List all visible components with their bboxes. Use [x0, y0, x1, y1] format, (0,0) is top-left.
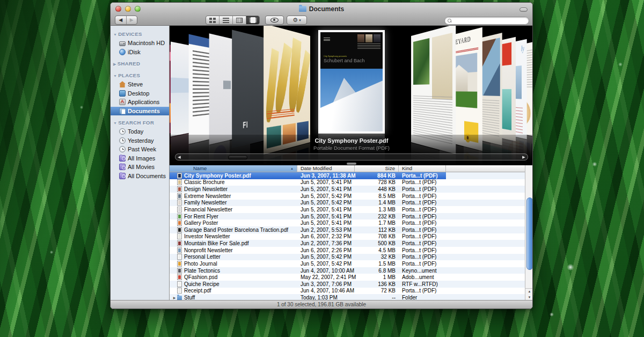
quick-look-button[interactable]: [265, 16, 284, 25]
file-row-personal-letter[interactable]: Personal LetterJun 5, 2007, 5:42 PM32 KB…: [170, 254, 525, 261]
file-row-receipt-pdf[interactable]: Receipt.pdfJun 4, 2007, 10:46 AM72 KBPor…: [170, 288, 525, 295]
selected-file-name: City Symphony Poster.pdf: [170, 137, 533, 144]
file-row-gallery-poster[interactable]: Gallery PosterJun 5, 2007, 5:41 PM1.7 MB…: [170, 219, 525, 226]
smart-folder-icon: [119, 155, 126, 162]
folder-icon: [299, 6, 306, 12]
sidebar-item-today[interactable]: Today: [111, 127, 169, 136]
forward-button[interactable]: ▶: [127, 16, 137, 24]
sidebar-item-past-week[interactable]: Past Week: [111, 145, 169, 154]
selected-cover[interactable]: City Symphony presents Schubert and Bach: [318, 30, 385, 134]
column-header-kind[interactable]: Kind: [399, 165, 446, 172]
file-row-qfashion-psd[interactable]: QFashion.psdMay 22, 2007, 2:41 PM1 MBAdo…: [170, 274, 525, 281]
section-label: PLACES: [118, 72, 140, 78]
scroll-up-icon[interactable]: ▲: [525, 289, 533, 295]
vertical-scroll-thumb[interactable]: [526, 197, 533, 270]
icon-view-button[interactable]: [206, 16, 219, 24]
coverflow-scrollbar[interactable]: ◀ ▶: [175, 153, 528, 160]
file-name: Photo Journal: [184, 261, 217, 267]
gear-icon: ⚙: [292, 17, 298, 24]
column-view-button[interactable]: [233, 16, 246, 24]
applications-icon: [119, 99, 126, 105]
file-kind: Porta...t (PDF): [399, 220, 446, 226]
coverflow-view-button[interactable]: [246, 16, 259, 24]
cover-art[interactable]: [264, 26, 310, 155]
sidebar-item-label: iDisk: [128, 49, 141, 55]
disclosure-triangle-icon[interactable]: ▶: [113, 62, 116, 66]
file-row-classic-brochure[interactable]: Classic BrochureJun 5, 2007, 5:41 PM728 …: [170, 179, 525, 186]
search-input[interactable]: [451, 18, 529, 24]
poster-presents-text: City Symphony presents: [324, 55, 347, 57]
file-name: Design Newsletter: [184, 186, 228, 192]
file-row-investor-newsletter[interactable]: Investor NewsletterJun 6, 2007, 2:32 PM7…: [170, 233, 525, 240]
file-row-quiche-recipe[interactable]: Quiche RecipeJun 3, 2007, 7:06 PM136 KBR…: [170, 281, 525, 288]
file-row-city-symphony-poster-pdf[interactable]: City Symphony Poster.pdfJun 3, 2007, 11:…: [170, 172, 525, 179]
file-date-modified: Jun 5, 2007, 5:42 PM: [297, 193, 355, 199]
column-header-date-modified[interactable]: Date Modified: [297, 165, 355, 172]
sidebar-item-all-images[interactable]: All Images: [111, 154, 169, 163]
document-icon: [177, 268, 182, 274]
scroll-left-icon[interactable]: ◀: [175, 154, 183, 160]
sidebar-item-macintosh-hd[interactable]: Macintosh HD: [111, 39, 169, 48]
sidebar-item-idisk[interactable]: iDisk: [111, 48, 169, 57]
document-icon: [177, 220, 182, 226]
coverflow-scroll-thumb[interactable]: [228, 155, 247, 160]
disclosure-triangle-icon[interactable]: ▼: [113, 74, 117, 78]
file-kind: Porta...t (PDF): [399, 207, 446, 213]
file-row-extreme-newsletter[interactable]: Extreme NewsletterJun 5, 2007, 5:42 PM8.…: [170, 193, 525, 200]
file-size: 232 KB: [355, 214, 399, 219]
window-header: Documents ◀ ▶ ⚙▾: [111, 3, 532, 26]
sidebar-item-all-movies[interactable]: All Movies: [111, 163, 169, 172]
file-row-plate-tectonics[interactable]: Plate TectonicsJun 4, 2007, 10:00 AM6.8 …: [170, 267, 525, 274]
disclosure-triangle-icon[interactable]: ▼: [113, 33, 117, 36]
sidebar-item-applications[interactable]: Applications: [111, 98, 169, 107]
file-row-mountain-bike-for-sale-pdf[interactable]: Mountain Bike For Sale.pdfJun 2, 2007, 7…: [170, 240, 525, 247]
sidebar-section-shared[interactable]: ▶SHARED: [111, 60, 169, 68]
sidebar-item-documents[interactable]: Documents: [111, 107, 169, 116]
action-menu-button[interactable]: ⚙▾: [287, 16, 307, 25]
back-button[interactable]: ◀: [115, 16, 127, 24]
cover-art[interactable]: [411, 26, 456, 154]
sidebar-item-label: Past Week: [128, 146, 156, 152]
pane-resize-grip[interactable]: [347, 163, 356, 165]
sidebar-item-all-documents[interactable]: All Documents: [111, 172, 169, 181]
sidebar-item-label: All Movies: [128, 164, 155, 170]
file-date-modified: Jun 5, 2007, 5:41 PM: [297, 207, 355, 213]
file-row-financial-newsletter[interactable]: Financial NewsletterJun 5, 2007, 5:41 PM…: [170, 206, 525, 213]
scroll-right-icon[interactable]: ▶: [520, 154, 528, 160]
column-header-name[interactable]: Name▲: [170, 165, 297, 172]
file-name: Personal Letter: [184, 254, 221, 260]
file-row-stuff[interactable]: ▶StuffToday, 1:03 PM--Folder: [170, 294, 525, 300]
disclosure-triangle-icon[interactable]: ▶: [172, 296, 177, 299]
sidebar-section-search-for[interactable]: ▼SEARCH FOR: [111, 119, 169, 127]
search-field[interactable]: [444, 17, 529, 25]
sidebar-item-label: Applications: [128, 99, 159, 105]
file-date-modified: Jun 4, 2007, 10:00 AM: [297, 268, 355, 274]
toolbar-toggle-button[interactable]: [519, 8, 528, 12]
file-row-nonprofit-newsletter[interactable]: Nonprofit NewsletterJun 6, 2007, 2:26 PM…: [170, 247, 525, 254]
file-date-modified: Jun 5, 2007, 5:42 PM: [297, 254, 355, 260]
sidebar-item-steve[interactable]: Steve: [111, 80, 169, 89]
file-name: Receipt.pdf: [184, 288, 211, 294]
file-row-design-newsletter[interactable]: Design NewsletterJun 5, 2007, 5:41 PM448…: [170, 186, 525, 193]
list-view-button[interactable]: [219, 16, 233, 24]
coverflow-caption: City Symphony Poster.pdf Portable Docume…: [170, 137, 533, 151]
sidebar-item-yesterday[interactable]: Yesterday: [111, 136, 169, 145]
section-label: DEVICES: [118, 31, 142, 37]
sidebar-section-devices[interactable]: ▼DEVICES: [111, 30, 169, 39]
sidebar-item-desktop[interactable]: Desktop: [111, 89, 169, 98]
file-row-family-newsletter[interactable]: Family NewsletterJun 5, 2007, 5:42 PM1.4…: [170, 200, 525, 207]
file-size: 448 KB: [355, 186, 399, 192]
coverflow-pane[interactable]: FI ly VINEYARD Ci: [170, 26, 533, 165]
disclosure-triangle-icon[interactable]: ▼: [113, 121, 117, 125]
column-header-size[interactable]: Size: [355, 165, 399, 172]
file-size: 112 KB: [355, 227, 399, 233]
file-row-garage-band-poster-barcelona-traction-pdf[interactable]: Garage Band Poster Barcelona Traction.pd…: [170, 226, 525, 233]
file-row-photo-journal[interactable]: Photo JournalJun 5, 2007, 5:42 PM1.5 MBP…: [170, 260, 525, 267]
vertical-scrollbar[interactable]: ▲▼: [525, 165, 533, 300]
file-size: 8.5 MB: [355, 193, 399, 199]
file-size: --: [355, 295, 399, 300]
view-switcher: [206, 16, 260, 25]
file-kind: Porta...t (PDF): [399, 261, 446, 267]
sidebar-section-places[interactable]: ▼PLACES: [111, 71, 169, 80]
file-row-for-rent-flyer[interactable]: For Rent FlyerJun 5, 2007, 5:41 PM232 KB…: [170, 213, 525, 220]
